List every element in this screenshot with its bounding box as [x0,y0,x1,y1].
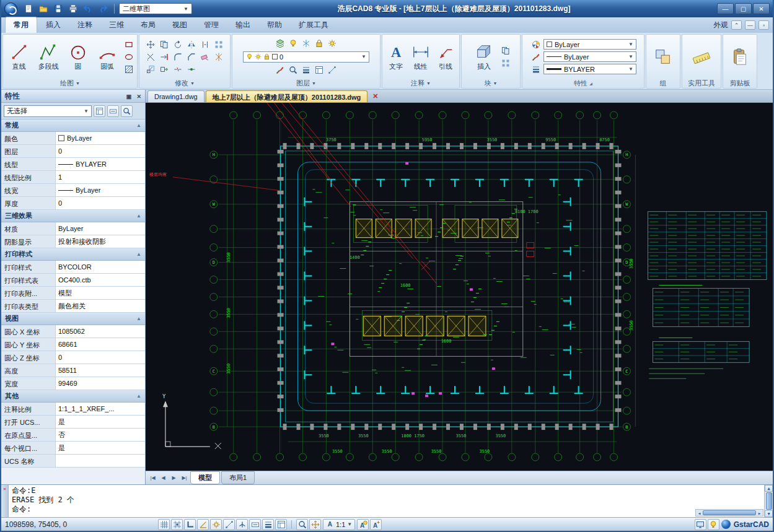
bulb-tray-icon[interactable] [708,519,719,530]
property-value[interactable]: 99469 [56,377,145,390]
ribbon-tab-扩展工具[interactable]: 扩展工具 [291,17,336,33]
extend-tool-icon[interactable] [158,51,170,63]
property-value[interactable]: ByLayer [56,222,145,235]
scroll-left-icon[interactable]: ◀ [696,511,703,515]
app-logo-icon[interactable] [4,2,17,15]
tab-layout1[interactable]: 布局1 [221,471,255,484]
stretch-tool-icon[interactable] [158,63,170,75]
otrack-layer-icon[interactable] [326,64,338,76]
property-row[interactable]: 圆心 Z 坐标0 [1,351,145,364]
scrollbar-thumb[interactable] [766,492,772,510]
property-row[interactable]: UCS 名称 [1,455,145,468]
panel-label-modify[interactable]: 修改▼ [139,79,230,88]
selection-dropdown[interactable]: 无选择 ▼ [4,105,92,117]
ducs-toggle-icon[interactable] [236,519,248,530]
collapse-arrow-icon[interactable]: ▲ [136,213,141,219]
erase-tool-icon[interactable] [199,51,211,63]
property-value[interactable]: 是 [56,442,145,455]
group-icon[interactable] [654,48,672,66]
property-value[interactable]: ByLayer [56,184,145,197]
command-window[interactable]: ✕ 命令:E ERASE 找到 2 个 命令: ▲ ▼ ◀ ▶ [1,484,773,517]
chamfer-tool-icon[interactable] [185,51,198,63]
osnap-toggle-icon[interactable] [210,519,222,530]
annauto-tool-icon[interactable]: A [370,519,382,530]
ribbon-tab-布局[interactable]: 布局 [133,17,164,33]
circle-button[interactable]: 圆 [64,43,92,71]
file-tab[interactable]: Drawing1.dwg [147,90,204,102]
dyn-toggle-icon[interactable] [249,519,261,530]
panel-label-draw[interactable]: 绘图▼ [3,79,137,88]
line-button[interactable]: 直线 [5,43,33,71]
annotation-scale-control[interactable]: A 1:1 ▼ [323,519,355,530]
property-row[interactable]: 图层0 [1,145,145,158]
mirror-tool-icon[interactable] [185,38,198,50]
ribbon-minimize-icon[interactable]: ⌃ [731,20,742,30]
drawing-svg[interactable]: HHWWDDCCBB楼层均有37505950355095508750355035… [146,103,773,471]
move-tool-icon[interactable] [144,38,157,50]
property-row[interactable]: 注释比例1:1_1_1_XREF_... [1,403,145,416]
property-value[interactable]: 颜色相关 [56,300,145,313]
property-row[interactable]: 高度58511 [1,364,145,377]
property-value[interactable]: 是 [56,416,145,429]
quick-select-button[interactable] [121,105,133,117]
save-file-icon[interactable] [51,2,65,15]
palette-pin-icon[interactable]: ▣ [126,94,132,100]
command-scrollbar-horizontal[interactable]: ◀ ▶ [695,509,763,517]
scrollbar-thumb[interactable] [703,510,756,515]
next-layout-icon[interactable]: ▶ [169,475,178,481]
linetype-dropdown[interactable]: ByLayer ▼ [543,51,636,62]
file-tab-close-icon[interactable]: ✕ [372,92,378,100]
scroll-right-icon[interactable]: ▶ [756,511,763,515]
command-input-line[interactable]: 命令: [12,505,770,514]
property-value[interactable]: 68661 [56,338,145,351]
command-close-icon[interactable]: ✕ [3,486,6,517]
leader-button[interactable]: 引线 [434,43,457,71]
qp-layer-icon[interactable] [313,64,325,76]
ribbon-tab-管理[interactable]: 管理 [196,17,227,33]
redo-icon[interactable] [96,2,110,15]
offset-tool-icon[interactable] [199,38,211,50]
doc-minimize-icon[interactable]: — [745,20,755,30]
property-row[interactable]: 打开 UCS...是 [1,416,145,429]
copy-block-icon[interactable] [499,45,512,56]
snow-layer-icon[interactable] [300,38,312,50]
paste-icon[interactable] [731,48,749,66]
property-row[interactable]: 圆心 Y 坐标68661 [1,338,145,351]
lwt-layer-icon[interactable] [300,64,312,76]
property-value[interactable]: 否 [56,429,145,442]
colorwheel-props-icon[interactable] [530,38,542,50]
panel-label-block[interactable]: 块▼ [462,79,520,88]
section-header-视图[interactable]: 视图▲ [1,313,145,325]
new-file-icon[interactable] [22,2,35,15]
open-file-icon[interactable] [37,2,50,15]
property-value[interactable]: 0 [56,351,145,364]
dialog-launcher-icon[interactable]: ◢ [589,81,592,85]
property-value[interactable]: 1085062 [56,325,145,338]
rotate-tool-icon[interactable] [172,38,184,50]
property-value[interactable]: 58511 [56,364,145,377]
qp-toggle-icon[interactable] [275,519,287,530]
property-value[interactable]: 1 [56,171,145,184]
last-layout-icon[interactable]: ▶| [180,475,189,481]
ribbon-tab-视图[interactable]: 视图 [164,17,195,33]
panel-label-layers[interactable]: 图层▼ [232,79,380,88]
property-value[interactable]: 1:1_1_1_XREF_... [56,403,145,416]
collapse-arrow-icon[interactable]: ▲ [136,123,141,128]
snap-toggle-icon[interactable] [171,519,183,530]
polar-toggle-icon[interactable] [197,519,209,530]
property-row[interactable]: 打印表类型颜色相关 [1,300,145,313]
ellipse-tool-icon[interactable] [123,51,135,63]
plot-icon[interactable] [66,2,80,15]
collapse-arrow-icon[interactable]: ▲ [136,251,141,257]
panel-label-clipboard[interactable]: 剪贴板 [723,79,757,88]
property-row[interactable]: 打印样式表OC400.ctb [1,274,145,287]
close-button[interactable]: ✕ [753,3,770,14]
explode-tool-icon[interactable] [213,51,225,63]
maximize-button[interactable]: ▢ [735,3,752,14]
property-row[interactable]: 圆心 X 坐标1085062 [1,325,145,338]
palette-close-icon[interactable]: ✕ [136,94,141,100]
lwt-props-icon[interactable] [530,63,542,75]
breakk-tool-icon[interactable] [172,63,184,75]
zoomw-tool-icon[interactable] [296,519,308,530]
section-header-三维效果[interactable]: 三维效果▲ [1,210,145,222]
